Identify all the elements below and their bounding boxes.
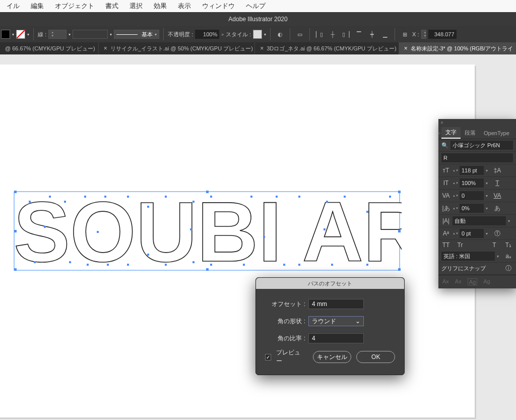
offset-path-dialog: パスのオフセット オフセット : 4 mm 角の形状 : ラウンド ⌄ 角の比率…	[255, 277, 405, 375]
tracking-stepper[interactable]: ▲▼	[453, 194, 458, 198]
baseline-stepper[interactable]: ▲▼	[453, 232, 458, 235]
stroke-weight-stepper[interactable]: ▲▼	[48, 30, 67, 39]
svg-rect-24	[165, 196, 167, 198]
menu-window[interactable]: ウィンドウ	[197, 2, 240, 11]
opacity-menu-icon[interactable]: >	[221, 32, 224, 37]
glyph-btn-4[interactable]: Ag	[483, 278, 490, 285]
chevron-down-icon[interactable]: ▾	[486, 181, 491, 186]
svg-rect-20	[127, 196, 129, 198]
doc-tab-1[interactable]: @ 66.67% (CMYK/GPU プレビュー)	[0, 42, 99, 54]
style-menu-icon[interactable]: ▾	[264, 32, 266, 37]
superscript-icon[interactable]: T	[490, 242, 499, 249]
leading-stepper[interactable]: ▲▼	[453, 182, 458, 185]
menu-edit[interactable]: 編集	[25, 2, 49, 11]
svg-rect-38	[324, 228, 326, 230]
glyph-btn-1[interactable]: Ax	[442, 278, 449, 285]
leading-field[interactable]: 100%	[460, 178, 484, 188]
outlined-text-object[interactable]: SOUBI ART	[14, 186, 402, 276]
preview-checkbox[interactable]: ✓	[265, 354, 271, 361]
glyph-btn-2[interactable]: Ax	[455, 278, 462, 285]
menu-object[interactable]: オブジェクト	[49, 2, 100, 11]
doc-tab-4[interactable]: ×名称未設定-3* @ 100% (RGB/アウトライ	[399, 42, 516, 54]
glyph-btn-3[interactable]: Ag	[468, 278, 477, 285]
svg-rect-42	[389, 196, 391, 198]
anti-alias-icon: aₐ	[504, 253, 513, 260]
opacity-input[interactable]: 100%	[195, 30, 219, 39]
x-coord-stepper[interactable]: ▲▼	[421, 30, 426, 39]
svg-rect-35	[263, 236, 265, 238]
close-icon[interactable]: ×	[404, 45, 408, 52]
join-select[interactable]: ラウンド ⌄	[308, 316, 364, 326]
doc-tab-2[interactable]: ×リサイクル_イラスト.ai @ 50% (CMYK/GPU プレビュー)	[99, 42, 255, 54]
svg-rect-43	[366, 211, 368, 213]
brush-definition-dropdown[interactable]	[73, 30, 108, 39]
chevron-down-icon[interactable]: ▾	[508, 219, 513, 223]
menu-help[interactable]: ヘルプ	[240, 2, 271, 11]
svg-rect-4	[398, 268, 401, 271]
align-bottom-icon[interactable]: ▁	[379, 29, 391, 40]
ok-button[interactable]: OK	[356, 351, 395, 363]
style-swatch[interactable]	[253, 30, 262, 39]
align-top-icon[interactable]: ▔	[353, 29, 364, 40]
svg-rect-36	[298, 196, 300, 198]
panel-close-icon[interactable]: ×	[438, 119, 516, 127]
doc-tab-3[interactable]: ×3Dロゴ_ネタ.ai @ 66.67% (CMYK/GPU プレビュー)	[255, 42, 399, 54]
profile-label: 基本	[142, 31, 153, 38]
subscript-icon[interactable]: T₁	[504, 242, 513, 249]
miter-label: 角の比率 :	[265, 334, 305, 343]
stroke-dropdown-icon[interactable]: ▾	[27, 32, 29, 37]
tsume-stepper[interactable]: ▲▼	[453, 207, 458, 210]
fill-dropdown-icon[interactable]: ▾	[12, 32, 14, 37]
tab-character[interactable]: 文字	[441, 127, 461, 139]
smallcaps-icon[interactable]: Tr	[456, 242, 465, 249]
kinsoku-field[interactable]: 自動	[453, 216, 506, 225]
menu-select[interactable]: 選択	[124, 2, 148, 11]
info-icon[interactable]: ⓘ	[504, 264, 513, 273]
recolor-icon[interactable]: ◐	[275, 29, 286, 40]
font-family-field[interactable]: 小塚ゴシック Pr6N	[450, 141, 513, 150]
tab-opentype[interactable]: OpenType	[480, 127, 513, 139]
variable-width-profile[interactable]: 基本 ▾	[114, 30, 159, 39]
language-select[interactable]: 英語 : 米国	[441, 252, 495, 261]
menu-effect[interactable]: 効果	[148, 2, 172, 11]
font-style-field[interactable]: R	[441, 153, 513, 162]
chevron-down-icon[interactable]: ▾	[486, 206, 491, 211]
transform-icon[interactable]: ⊞	[399, 29, 410, 40]
svg-rect-29	[210, 196, 212, 198]
chevron-down-icon[interactable]: ▾	[497, 254, 502, 259]
x-coord-input[interactable]: 348.077	[428, 30, 457, 39]
brush-menu-icon[interactable]: ▾	[110, 32, 112, 37]
tracking-field[interactable]: 0	[460, 191, 484, 200]
align-vcenter-icon[interactable]: ┿	[366, 29, 377, 40]
chevron-down-icon[interactable]: ▾	[486, 168, 491, 173]
baseline-field[interactable]: 0 pt	[460, 229, 484, 238]
svg-rect-17	[87, 264, 89, 266]
font-size-field[interactable]: 118 pt	[460, 166, 484, 175]
align-right-icon[interactable]: ▯▕	[340, 29, 351, 40]
x-coord-label: X :	[412, 31, 419, 37]
align-panel-icon[interactable]: ▭	[294, 29, 305, 40]
size-stepper[interactable]: ▲▼	[453, 169, 458, 172]
svg-rect-9	[29, 201, 31, 203]
tab-paragraph[interactable]: 段落	[461, 127, 480, 139]
search-icon[interactable]: 🔍	[441, 142, 448, 149]
menu-file[interactable]: イル	[1, 2, 25, 11]
allcaps-icon[interactable]: TT	[441, 242, 450, 249]
dialog-title: パスのオフセット	[256, 278, 404, 289]
cancel-button[interactable]: キャンセル	[313, 351, 352, 363]
stroke-weight-menu-icon[interactable]: ▾	[69, 32, 71, 37]
miter-input[interactable]: 4	[308, 333, 364, 343]
fill-swatch[interactable]	[1, 30, 10, 39]
menu-type[interactable]: 書式	[100, 2, 124, 11]
align-left-icon[interactable]: ▏▯	[314, 29, 325, 40]
menu-view[interactable]: 表示	[172, 2, 197, 11]
stroke-swatch[interactable]	[16, 30, 25, 39]
close-icon[interactable]: ×	[260, 45, 264, 52]
align-hcenter-icon[interactable]: ┼	[327, 29, 338, 40]
chevron-down-icon[interactable]: ▾	[486, 231, 491, 236]
offset-input[interactable]: 4 mm	[308, 299, 364, 309]
close-icon[interactable]: ×	[104, 45, 107, 52]
svg-rect-12	[34, 261, 36, 263]
tsume-field[interactable]: 0%	[460, 204, 484, 213]
chevron-down-icon[interactable]: ▾	[486, 194, 491, 198]
